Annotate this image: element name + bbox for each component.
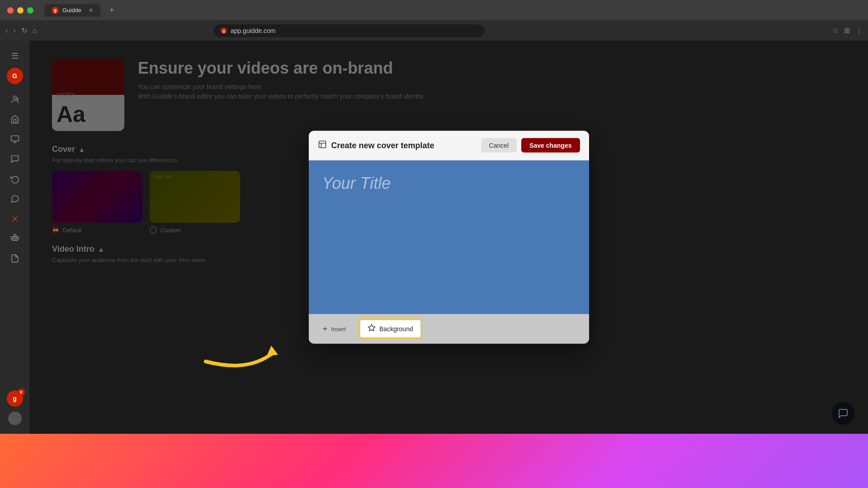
- modal-title-text: Create new cover template: [331, 141, 434, 150]
- background-btn-wrapper: Background: [359, 319, 422, 339]
- sidebar-item-refresh[interactable]: [7, 171, 23, 187]
- address-bar[interactable]: g app.guidde.com: [213, 24, 485, 37]
- create-cover-modal: Create new cover template Cancel Save ch…: [309, 131, 589, 344]
- svg-marker-18: [368, 324, 375, 331]
- browser-actions: ☆ ⊞ ⋮: [832, 26, 863, 35]
- window-controls: [7, 7, 33, 14]
- modal-title: Create new cover template: [318, 140, 434, 151]
- modal-toolbar: Insert Background: [309, 314, 589, 344]
- extensions-icon[interactable]: ⊞: [844, 26, 850, 35]
- modal-actions: Cancel Save changes: [481, 138, 580, 153]
- tab-close-icon[interactable]: ✕: [89, 7, 93, 14]
- bottom-bar: [0, 434, 868, 488]
- browser-address-bar: ‹ › ↻ ⌂ g app.guidde.com ☆ ⊞ ⋮: [0, 20, 868, 41]
- sidebar-notification[interactable]: g 9: [7, 390, 23, 407]
- close-window-button[interactable]: [7, 7, 14, 14]
- sidebar-item-clipboard[interactable]: [7, 250, 23, 267]
- minimize-window-button[interactable]: [17, 7, 24, 14]
- browser-tab[interactable]: g Guidde ✕: [44, 4, 100, 17]
- save-changes-button[interactable]: Save changes: [521, 138, 580, 153]
- maximize-window-button[interactable]: [27, 7, 33, 14]
- home-button[interactable]: ⌂: [33, 27, 37, 35]
- sidebar-item-home[interactable]: [7, 111, 23, 127]
- sidebar-item-chat[interactable]: [7, 151, 23, 167]
- sidebar-item-integrations[interactable]: [7, 230, 23, 247]
- canvas-title-placeholder[interactable]: Your Title: [322, 174, 391, 193]
- browser-chrome: g Guidde ✕ + ‹ › ↻ ⌂ g app.guidde.com ☆ …: [0, 0, 868, 41]
- sidebar-item-message[interactable]: [7, 191, 23, 207]
- svg-rect-10: [14, 235, 16, 237]
- sidebar-user-avatar[interactable]: [7, 410, 23, 427]
- address-favicon: g: [221, 28, 227, 34]
- svg-rect-9: [16, 237, 19, 239]
- svg-rect-15: [319, 141, 326, 148]
- browser-title-bar: g Guidde ✕ +: [0, 0, 868, 20]
- background-icon: [368, 324, 376, 334]
- sidebar-bottom: g 9: [7, 390, 23, 427]
- back-button[interactable]: ‹: [5, 27, 8, 35]
- star-icon[interactable]: ☆: [832, 26, 839, 35]
- sidebar-avatar[interactable]: G: [7, 68, 23, 84]
- app-layout: ☰ G: [0, 41, 868, 434]
- tab-favicon: g: [52, 7, 59, 14]
- background-button[interactable]: Background: [360, 320, 420, 338]
- forward-button[interactable]: ›: [13, 27, 15, 35]
- modal-title-icon: [318, 140, 327, 151]
- new-tab-button[interactable]: +: [109, 5, 114, 15]
- sidebar-item-add-user[interactable]: [7, 91, 23, 108]
- sidebar-item-tools[interactable]: [7, 211, 23, 227]
- background-button-label: Background: [379, 325, 413, 333]
- insert-button[interactable]: Insert: [316, 323, 352, 335]
- svg-rect-8: [11, 237, 13, 239]
- modal-header: Create new cover template Cancel Save ch…: [309, 131, 589, 160]
- sidebar-item-video[interactable]: [7, 131, 23, 147]
- sidebar-menu-icon[interactable]: ☰: [7, 48, 23, 64]
- notification-badge-count: 9: [18, 389, 25, 396]
- menu-icon[interactable]: ⋮: [855, 26, 863, 35]
- refresh-button[interactable]: ↻: [21, 26, 27, 35]
- tab-label: Guidde: [62, 7, 81, 14]
- cancel-button[interactable]: Cancel: [481, 138, 517, 153]
- sidebar: ☰ G: [0, 41, 29, 434]
- address-text: app.guidde.com: [231, 27, 276, 34]
- svg-point-0: [13, 96, 16, 99]
- svg-rect-3: [11, 136, 19, 141]
- background-highlight-box: Background: [359, 319, 422, 339]
- main-content: #F5F5F5 Aa Ensure your videos are on-bra…: [29, 41, 868, 434]
- modal-canvas[interactable]: Your Title: [309, 160, 589, 314]
